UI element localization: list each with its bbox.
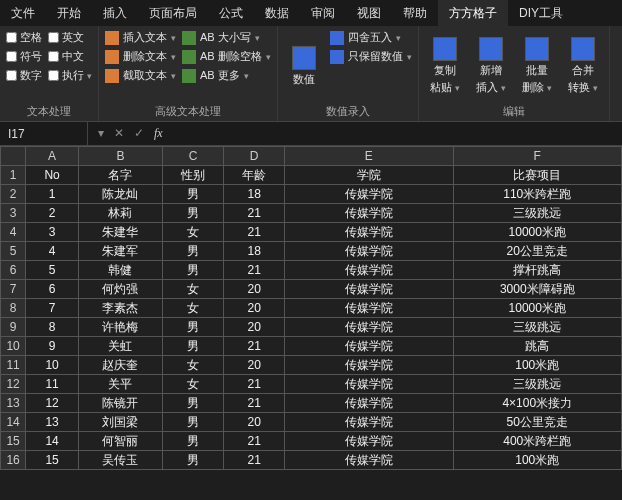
tab-10[interactable]: DIY工具 (508, 0, 574, 26)
cell[interactable]: 传媒学院 (285, 261, 453, 280)
cell[interactable]: 男 (163, 337, 224, 356)
cell[interactable]: 100米跑 (453, 451, 621, 470)
cell[interactable]: 传媒学院 (285, 223, 453, 242)
cell[interactable]: No (26, 166, 79, 185)
cell[interactable]: 10000米跑 (453, 223, 621, 242)
cell[interactable]: 跳高 (453, 337, 621, 356)
cell[interactable]: 年龄 (224, 166, 285, 185)
edit-btn-3[interactable]: 合并转换 ▾ (563, 30, 603, 102)
row-header-9[interactable]: 9 (1, 318, 26, 337)
row-header-4[interactable]: 4 (1, 223, 26, 242)
cell[interactable]: 女 (163, 299, 224, 318)
cell[interactable]: 传媒学院 (285, 318, 453, 337)
cell[interactable]: 11 (26, 375, 79, 394)
check-1[interactable]: 英文 (48, 30, 92, 45)
cell[interactable]: 1 (26, 185, 79, 204)
tab-3[interactable]: 页面布局 (138, 0, 208, 26)
check-3[interactable]: 中文 (48, 49, 92, 64)
cell[interactable]: 21 (224, 432, 285, 451)
row-header-8[interactable]: 8 (1, 299, 26, 318)
edit-btn-1[interactable]: 新增插入 ▾ (471, 30, 511, 102)
cell[interactable]: 20 (224, 413, 285, 432)
adv1-0[interactable]: 插入文本▾ (105, 30, 176, 45)
cell[interactable]: 传媒学院 (285, 299, 453, 318)
cell[interactable]: 传媒学院 (285, 451, 453, 470)
cell[interactable]: 4×100米接力 (453, 394, 621, 413)
cell[interactable]: 6 (26, 280, 79, 299)
cell[interactable]: 21 (224, 204, 285, 223)
cell[interactable]: 传媒学院 (285, 204, 453, 223)
cell[interactable]: 男 (163, 318, 224, 337)
cell[interactable]: 20 (224, 356, 285, 375)
cell[interactable]: 学院 (285, 166, 453, 185)
cell[interactable]: 传媒学院 (285, 185, 453, 204)
cell[interactable]: 男 (163, 394, 224, 413)
cell[interactable]: 20 (224, 299, 285, 318)
name-box[interactable]: I17 (0, 122, 88, 145)
row-header-15[interactable]: 15 (1, 432, 26, 451)
cell[interactable]: 8 (26, 318, 79, 337)
row-header-12[interactable]: 12 (1, 375, 26, 394)
cell[interactable]: 女 (163, 356, 224, 375)
cell[interactable]: 何灼强 (78, 280, 162, 299)
cell[interactable]: 林莉 (78, 204, 162, 223)
row-header-11[interactable]: 11 (1, 356, 26, 375)
cell[interactable]: 男 (163, 413, 224, 432)
cell[interactable]: 传媒学院 (285, 413, 453, 432)
tab-7[interactable]: 视图 (346, 0, 392, 26)
cell[interactable]: 传媒学院 (285, 356, 453, 375)
cell[interactable]: 何智丽 (78, 432, 162, 451)
col-header-F[interactable]: F (453, 147, 621, 166)
cell[interactable]: 传媒学院 (285, 337, 453, 356)
tab-0[interactable]: 文件 (0, 0, 46, 26)
check-5[interactable]: 执行▾ (48, 68, 92, 83)
row-header-14[interactable]: 14 (1, 413, 26, 432)
col-header-A[interactable]: A (26, 147, 79, 166)
cell[interactable]: 女 (163, 223, 224, 242)
cell[interactable]: 朱建军 (78, 242, 162, 261)
cell[interactable]: 4 (26, 242, 79, 261)
check-4[interactable]: 数字 (6, 68, 42, 83)
cell[interactable]: 名字 (78, 166, 162, 185)
cell[interactable]: 50公里竞走 (453, 413, 621, 432)
dentry-1[interactable]: 只保留数值▾ (330, 49, 412, 64)
tab-6[interactable]: 审阅 (300, 0, 346, 26)
cell[interactable]: 400米跨栏跑 (453, 432, 621, 451)
col-header-D[interactable]: D (224, 147, 285, 166)
cell[interactable]: 21 (224, 223, 285, 242)
col-header-B[interactable]: B (78, 147, 162, 166)
cell[interactable]: 李素杰 (78, 299, 162, 318)
cell[interactable]: 5 (26, 261, 79, 280)
numeric-button[interactable]: 数值 (284, 30, 324, 102)
cell[interactable]: 传媒学院 (285, 394, 453, 413)
cell[interactable]: 100米跑 (453, 356, 621, 375)
cell[interactable]: 三级跳远 (453, 375, 621, 394)
cell[interactable]: 男 (163, 242, 224, 261)
cell[interactable]: 男 (163, 185, 224, 204)
cell[interactable]: 7 (26, 299, 79, 318)
tab-2[interactable]: 插入 (92, 0, 138, 26)
check-0[interactable]: 空格 (6, 30, 42, 45)
adv1-2[interactable]: 截取文本▾ (105, 68, 176, 83)
cell[interactable]: 21 (224, 337, 285, 356)
cell[interactable]: 10 (26, 356, 79, 375)
tab-8[interactable]: 帮助 (392, 0, 438, 26)
cell[interactable]: 18 (224, 185, 285, 204)
cell[interactable]: 3000米障碍跑 (453, 280, 621, 299)
cell[interactable]: 关虹 (78, 337, 162, 356)
row-header-3[interactable]: 3 (1, 204, 26, 223)
cell[interactable]: 21 (224, 261, 285, 280)
cell[interactable]: 男 (163, 261, 224, 280)
row-header-16[interactable]: 16 (1, 451, 26, 470)
cell[interactable]: 传媒学院 (285, 375, 453, 394)
cell[interactable]: 男 (163, 204, 224, 223)
cell[interactable]: 比赛项目 (453, 166, 621, 185)
cell[interactable]: 9 (26, 337, 79, 356)
cell[interactable]: 20 (224, 280, 285, 299)
cell[interactable]: 女 (163, 280, 224, 299)
row-header-5[interactable]: 5 (1, 242, 26, 261)
col-header-C[interactable]: C (163, 147, 224, 166)
dentry-0[interactable]: 四舍五入▾ (330, 30, 412, 45)
confirm-icon[interactable]: ✓ (134, 126, 144, 141)
cell[interactable]: 15 (26, 451, 79, 470)
